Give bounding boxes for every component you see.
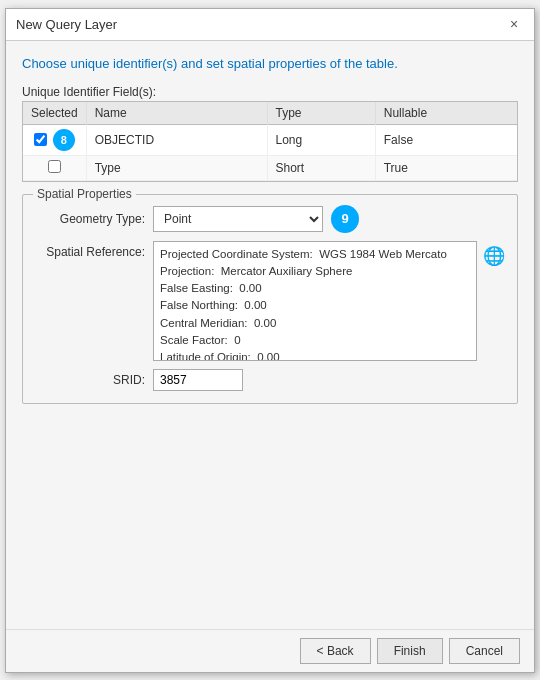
cell-type-1: Long (267, 124, 375, 155)
checkbox-type[interactable] (48, 160, 61, 173)
table-row: 8 OBJECTID Long False (23, 124, 517, 155)
dialog-title: New Query Layer (16, 17, 117, 32)
geometry-type-control: Point Polyline Polygon Multipoint 9 (153, 205, 505, 233)
srid-input[interactable] (153, 369, 243, 391)
spatial-legend: Spatial Properties (33, 187, 136, 201)
col-selected: Selected (23, 102, 86, 125)
finish-button[interactable]: Finish (377, 638, 443, 664)
spatial-ref-text[interactable]: Projected Coordinate System: WGS 1984 We… (153, 241, 477, 361)
cell-nullable-1: False (375, 124, 517, 155)
table-header-row: Selected Name Type Nullable (23, 102, 517, 125)
cell-nullable-2: True (375, 155, 517, 180)
srid-row: SRID: (35, 369, 505, 391)
close-button[interactable]: × (504, 14, 524, 34)
col-name: Name (86, 102, 267, 125)
cell-selected-2 (23, 155, 86, 180)
globe-icon[interactable]: 🌐 (483, 245, 505, 267)
geometry-type-row: Geometry Type: Point Polyline Polygon Mu… (35, 205, 505, 233)
spatial-properties-group: Spatial Properties Geometry Type: Point … (22, 194, 518, 404)
intro-before: Choose unique identifier(s) and set spat… (22, 56, 344, 71)
geometry-type-select[interactable]: Point Polyline Polygon Multipoint (153, 206, 323, 232)
intro-after: . (394, 56, 398, 71)
dialog-body: Choose unique identifier(s) and set spat… (6, 41, 534, 629)
cell-name-1: OBJECTID (86, 124, 267, 155)
cell-type-2: Short (267, 155, 375, 180)
badge-8: 8 (53, 129, 75, 151)
srid-label: SRID: (35, 373, 145, 387)
intro-text: Choose unique identifier(s) and set spat… (22, 55, 518, 73)
unique-identifier-label: Unique Identifier Field(s): (22, 85, 518, 99)
geometry-type-label: Geometry Type: (35, 212, 145, 226)
cell-selected-1: 8 (23, 124, 86, 155)
spatial-ref-wrap: Projected Coordinate System: WGS 1984 We… (153, 241, 505, 361)
unique-identifier-section: Unique Identifier Field(s): Selected Nam… (22, 85, 518, 182)
cancel-button[interactable]: Cancel (449, 638, 520, 664)
dialog-window: New Query Layer × Choose unique identifi… (5, 8, 535, 673)
identifier-table: Selected Name Type Nullable 8 (23, 102, 517, 181)
identifier-table-container: Selected Name Type Nullable 8 (22, 101, 518, 182)
back-button[interactable]: < Back (300, 638, 371, 664)
spatial-ref-label: Spatial Reference: (35, 245, 145, 259)
cell-name-2: Type (86, 155, 267, 180)
dialog-footer: < Back Finish Cancel (6, 629, 534, 672)
title-bar: New Query Layer × (6, 9, 534, 41)
intro-link: the table (344, 56, 394, 71)
col-nullable: Nullable (375, 102, 517, 125)
checkbox-objectid[interactable] (34, 133, 47, 146)
col-type: Type (267, 102, 375, 125)
table-row: Type Short True (23, 155, 517, 180)
spatial-ref-row: Spatial Reference: Projected Coordinate … (35, 241, 505, 361)
badge-9: 9 (331, 205, 359, 233)
